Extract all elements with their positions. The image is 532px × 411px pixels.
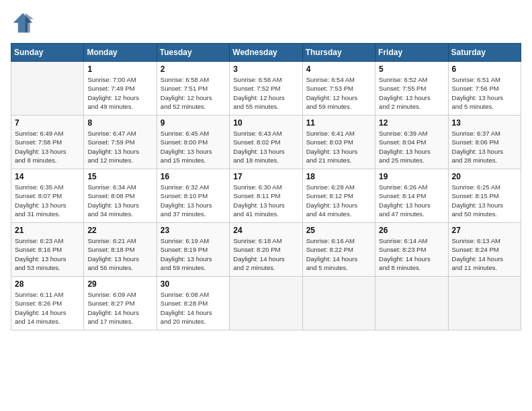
weekday-header: Thursday <box>302 44 375 62</box>
calendar-day-cell: 12Sunrise: 6:39 AM Sunset: 8:04 PM Dayli… <box>375 116 448 169</box>
calendar-week-row: 28Sunrise: 6:11 AM Sunset: 8:26 PM Dayli… <box>11 277 521 330</box>
day-number: 14 <box>15 172 80 181</box>
calendar-day-cell: 15Sunrise: 6:34 AM Sunset: 8:08 PM Dayli… <box>84 169 157 223</box>
calendar-day-cell: 5Sunrise: 6:52 AM Sunset: 7:55 PM Daylig… <box>375 62 448 116</box>
calendar-day-cell: 8Sunrise: 6:47 AM Sunset: 7:59 PM Daylig… <box>84 116 157 169</box>
calendar-day-cell <box>230 277 302 330</box>
calendar-day-cell: 18Sunrise: 6:28 AM Sunset: 8:12 PM Dayli… <box>302 169 375 223</box>
day-number: 16 <box>161 172 226 181</box>
day-number: 23 <box>161 226 226 235</box>
day-info: Sunrise: 6:58 AM Sunset: 7:51 PM Dayligh… <box>161 75 226 111</box>
calendar-week-row: 21Sunrise: 6:23 AM Sunset: 8:16 PM Dayli… <box>11 223 521 277</box>
day-number: 1 <box>87 64 152 74</box>
calendar-day-cell: 27Sunrise: 6:13 AM Sunset: 8:24 PM Dayli… <box>448 223 521 277</box>
calendar-day-cell: 13Sunrise: 6:37 AM Sunset: 8:06 PM Dayli… <box>448 116 521 169</box>
weekday-header: Tuesday <box>157 44 229 62</box>
logo-icon <box>11 11 35 35</box>
calendar-day-cell: 10Sunrise: 6:43 AM Sunset: 8:02 PM Dayli… <box>230 116 302 169</box>
calendar-day-cell <box>11 62 84 116</box>
calendar-day-cell: 30Sunrise: 6:08 AM Sunset: 8:28 PM Dayli… <box>157 277 229 330</box>
calendar-day-cell: 7Sunrise: 6:49 AM Sunset: 7:58 PM Daylig… <box>11 116 84 169</box>
calendar-day-cell: 20Sunrise: 6:25 AM Sunset: 8:15 PM Dayli… <box>448 169 521 223</box>
calendar-table: SundayMondayTuesdayWednesdayThursdayFrid… <box>11 43 521 330</box>
calendar-day-cell: 21Sunrise: 6:23 AM Sunset: 8:16 PM Dayli… <box>11 223 84 277</box>
day-number: 17 <box>233 172 298 181</box>
day-number: 30 <box>161 279 226 289</box>
day-info: Sunrise: 6:21 AM Sunset: 8:18 PM Dayligh… <box>87 236 152 272</box>
weekday-row: SundayMondayTuesdayWednesdayThursdayFrid… <box>11 44 521 62</box>
day-number: 3 <box>233 64 298 74</box>
day-number: 22 <box>87 226 152 235</box>
weekday-header: Sunday <box>11 44 84 62</box>
calendar-day-cell: 29Sunrise: 6:09 AM Sunset: 8:27 PM Dayli… <box>84 277 157 330</box>
calendar-week-row: 1Sunrise: 7:00 AM Sunset: 7:49 PM Daylig… <box>11 62 521 116</box>
calendar-body: 1Sunrise: 7:00 AM Sunset: 7:49 PM Daylig… <box>11 62 521 330</box>
day-number: 29 <box>87 279 152 289</box>
day-info: Sunrise: 6:45 AM Sunset: 8:00 PM Dayligh… <box>161 129 226 165</box>
weekday-header: Monday <box>84 44 157 62</box>
calendar-day-cell: 19Sunrise: 6:26 AM Sunset: 8:14 PM Dayli… <box>375 169 448 223</box>
day-info: Sunrise: 6:11 AM Sunset: 8:26 PM Dayligh… <box>15 290 80 326</box>
day-number: 5 <box>379 64 444 74</box>
calendar-day-cell <box>448 277 521 330</box>
calendar-day-cell: 14Sunrise: 6:35 AM Sunset: 8:07 PM Dayli… <box>11 169 84 223</box>
day-info: Sunrise: 6:19 AM Sunset: 8:19 PM Dayligh… <box>161 236 226 272</box>
day-info: Sunrise: 6:43 AM Sunset: 8:02 PM Dayligh… <box>233 129 298 165</box>
day-info: Sunrise: 6:51 AM Sunset: 7:56 PM Dayligh… <box>452 75 517 111</box>
calendar-day-cell: 6Sunrise: 6:51 AM Sunset: 7:56 PM Daylig… <box>448 62 521 116</box>
day-info: Sunrise: 6:52 AM Sunset: 7:55 PM Dayligh… <box>379 75 444 111</box>
day-info: Sunrise: 6:34 AM Sunset: 8:08 PM Dayligh… <box>87 183 152 218</box>
day-number: 4 <box>306 64 371 74</box>
day-info: Sunrise: 6:35 AM Sunset: 8:07 PM Dayligh… <box>15 183 80 218</box>
day-number: 7 <box>15 118 80 128</box>
day-number: 10 <box>233 118 298 128</box>
day-number: 18 <box>306 172 371 181</box>
weekday-header: Friday <box>375 44 448 62</box>
calendar-week-row: 7Sunrise: 6:49 AM Sunset: 7:58 PM Daylig… <box>11 116 521 169</box>
day-info: Sunrise: 7:00 AM Sunset: 7:49 PM Dayligh… <box>87 75 152 111</box>
day-info: Sunrise: 6:08 AM Sunset: 8:28 PM Dayligh… <box>161 290 226 326</box>
day-info: Sunrise: 6:28 AM Sunset: 8:12 PM Dayligh… <box>306 183 371 218</box>
calendar-day-cell: 25Sunrise: 6:16 AM Sunset: 8:22 PM Dayli… <box>302 223 375 277</box>
day-number: 9 <box>161 118 226 128</box>
day-info: Sunrise: 6:26 AM Sunset: 8:14 PM Dayligh… <box>379 183 444 218</box>
day-info: Sunrise: 6:32 AM Sunset: 8:10 PM Dayligh… <box>161 183 226 218</box>
day-number: 28 <box>15 279 80 289</box>
logo <box>11 11 38 35</box>
day-info: Sunrise: 6:16 AM Sunset: 8:22 PM Dayligh… <box>306 236 371 272</box>
day-number: 2 <box>161 64 226 74</box>
day-info: Sunrise: 6:18 AM Sunset: 8:20 PM Dayligh… <box>233 236 298 272</box>
calendar-header: SundayMondayTuesdayWednesdayThursdayFrid… <box>11 44 521 62</box>
day-info: Sunrise: 6:37 AM Sunset: 8:06 PM Dayligh… <box>452 129 517 165</box>
day-info: Sunrise: 6:54 AM Sunset: 7:53 PM Dayligh… <box>306 75 371 111</box>
calendar-day-cell: 24Sunrise: 6:18 AM Sunset: 8:20 PM Dayli… <box>230 223 302 277</box>
calendar-day-cell: 4Sunrise: 6:54 AM Sunset: 7:53 PM Daylig… <box>302 62 375 116</box>
weekday-header: Saturday <box>448 44 521 62</box>
day-number: 20 <box>452 172 517 181</box>
day-number: 19 <box>379 172 444 181</box>
page-header <box>11 11 521 35</box>
calendar-day-cell: 17Sunrise: 6:30 AM Sunset: 8:11 PM Dayli… <box>230 169 302 223</box>
day-number: 13 <box>452 118 517 128</box>
day-info: Sunrise: 6:13 AM Sunset: 8:24 PM Dayligh… <box>452 236 517 272</box>
day-info: Sunrise: 6:49 AM Sunset: 7:58 PM Dayligh… <box>15 129 80 165</box>
day-number: 25 <box>306 226 371 235</box>
weekday-header: Wednesday <box>230 44 302 62</box>
day-number: 8 <box>87 118 152 128</box>
calendar-day-cell: 9Sunrise: 6:45 AM Sunset: 8:00 PM Daylig… <box>157 116 229 169</box>
calendar-day-cell <box>375 277 448 330</box>
day-info: Sunrise: 6:39 AM Sunset: 8:04 PM Dayligh… <box>379 129 444 165</box>
day-number: 12 <box>379 118 444 128</box>
calendar-day-cell: 28Sunrise: 6:11 AM Sunset: 8:26 PM Dayli… <box>11 277 84 330</box>
calendar-day-cell: 11Sunrise: 6:41 AM Sunset: 8:03 PM Dayli… <box>302 116 375 169</box>
day-number: 21 <box>15 226 80 235</box>
calendar-day-cell <box>302 277 375 330</box>
calendar-day-cell: 26Sunrise: 6:14 AM Sunset: 8:23 PM Dayli… <box>375 223 448 277</box>
day-number: 27 <box>452 226 517 235</box>
day-info: Sunrise: 6:25 AM Sunset: 8:15 PM Dayligh… <box>452 183 517 218</box>
calendar-day-cell: 2Sunrise: 6:58 AM Sunset: 7:51 PM Daylig… <box>157 62 229 116</box>
calendar-day-cell: 1Sunrise: 7:00 AM Sunset: 7:49 PM Daylig… <box>84 62 157 116</box>
day-info: Sunrise: 6:14 AM Sunset: 8:23 PM Dayligh… <box>379 236 444 272</box>
calendar-day-cell: 22Sunrise: 6:21 AM Sunset: 8:18 PM Dayli… <box>84 223 157 277</box>
calendar-day-cell: 16Sunrise: 6:32 AM Sunset: 8:10 PM Dayli… <box>157 169 229 223</box>
